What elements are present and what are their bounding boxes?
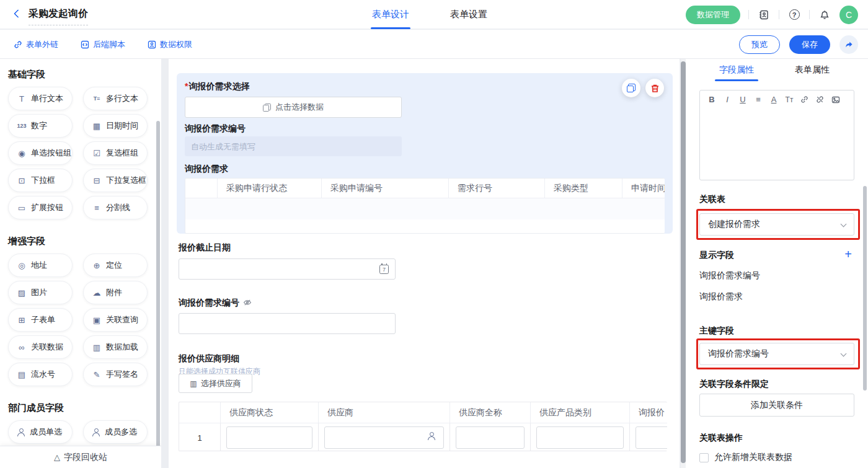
data-permission-button[interactable]: 数据权限 xyxy=(148,39,192,50)
tab-form-design[interactable]: 表单设计 xyxy=(372,0,409,29)
field-item-signature[interactable]: ✎手写签名 xyxy=(83,363,148,386)
supplier-input[interactable] xyxy=(324,426,444,449)
field-item-data-load[interactable]: ▥数据加载 xyxy=(83,335,148,359)
primary-key-label: 主键字段 xyxy=(699,325,734,337)
field-item-multi-dropdown[interactable]: ⊟下拉复选框 xyxy=(83,169,148,192)
tab-form-properties[interactable]: 表单属性 xyxy=(795,59,830,81)
supplier-field-label: 报价供应商明细 xyxy=(179,353,239,364)
related-table-select[interactable]: 创建报价需求 xyxy=(699,213,854,236)
header-actions: 数据管理 ? C xyxy=(686,0,858,29)
quote-input[interactable] xyxy=(636,426,667,449)
canvas-scrollbar[interactable] xyxy=(681,61,686,463)
main-tabs: 表单设计 表单设置 xyxy=(372,0,487,29)
insert-image-button[interactable] xyxy=(831,95,840,104)
pick-data-button[interactable]: 点击选择数据 xyxy=(185,97,402,118)
bold-button[interactable]: B xyxy=(707,95,716,104)
display-fields-label: 显示字段 xyxy=(699,250,734,261)
display-field-item[interactable]: 询报价需求 xyxy=(699,291,743,302)
field-item-datetime[interactable]: ▦日期时间 xyxy=(83,114,148,138)
image-icon xyxy=(831,95,840,104)
save-button[interactable]: 保存 xyxy=(789,35,830,54)
field-item-related-data[interactable]: ∞关联数据 xyxy=(8,335,73,359)
date-input[interactable]: 7 xyxy=(179,258,396,280)
pen-icon: ✎ xyxy=(92,371,102,379)
back-button[interactable] xyxy=(12,9,24,20)
field-recycle-bin[interactable]: △ 字段回收站 xyxy=(0,446,161,468)
bar-chart-icon: ▥ xyxy=(190,379,197,388)
field-label: *询报价需求选择 xyxy=(185,81,249,92)
panel-scrollbar[interactable] xyxy=(863,186,867,391)
toolbar-links: 表单外链 后端脚本 数据权限 xyxy=(14,30,192,59)
display-field-item[interactable]: 询报价需求编号 xyxy=(699,270,760,281)
people-icon xyxy=(92,428,100,436)
font-size-button[interactable]: Tт xyxy=(785,95,794,104)
delete-field-button[interactable] xyxy=(645,79,664,97)
field-item-related-query[interactable]: ▣关联查询 xyxy=(83,308,148,332)
italic-button[interactable]: I xyxy=(723,95,732,104)
field-item-member-single[interactable]: 成员单选 xyxy=(8,420,73,444)
select-supplier-button[interactable]: ▥ 选择供应商 xyxy=(179,374,252,393)
allow-add-checkbox[interactable] xyxy=(699,453,709,462)
field-item-serial-number[interactable]: ▤流水号 xyxy=(8,363,73,386)
header-cell-blank xyxy=(179,402,221,423)
selected-field-block[interactable]: *询报价需求选择 点击选择数据 询报价需求编号 询报价需求 采购申请行状态 采购… xyxy=(177,73,673,234)
field-item-geolocation[interactable]: ⊕定位 xyxy=(83,254,148,277)
demand-number-input[interactable] xyxy=(179,313,396,334)
field-item-number[interactable]: 123数字 xyxy=(8,114,73,138)
primary-key-select[interactable]: 询报价需求编号 xyxy=(699,343,854,365)
tab-form-settings[interactable]: 表单设置 xyxy=(450,0,487,29)
field-item-member-multi[interactable]: 成员多选 xyxy=(83,420,148,444)
header-cell: 采购类型 xyxy=(545,179,622,198)
tab-field-properties[interactable]: 字段属性 xyxy=(719,59,754,81)
subtable-header-row: 采购申请行状态 采购申请编号 需求行号 采购类型 申请时间 xyxy=(185,179,665,198)
user-avatar[interactable]: C xyxy=(839,6,858,24)
link-icon xyxy=(14,40,22,49)
remove-link-button[interactable] xyxy=(816,95,825,104)
field-item-extend-button[interactable]: ▭扩展按钮 xyxy=(8,196,73,219)
recycle-icon: △ xyxy=(54,453,60,462)
field-item-divider[interactable]: ≡分割线 xyxy=(83,196,148,219)
share-button[interactable] xyxy=(839,35,858,54)
divider xyxy=(779,10,779,19)
copy-field-button[interactable] xyxy=(622,79,640,97)
font-color-button[interactable]: A xyxy=(769,95,778,104)
data-manage-button[interactable]: 数据管理 xyxy=(686,6,740,24)
contacts-icon[interactable] xyxy=(757,8,771,22)
divider-icon: ≡ xyxy=(92,204,102,212)
image-icon: ▨ xyxy=(17,289,27,297)
trash-icon xyxy=(650,84,660,93)
external-link-button[interactable]: 表单外链 xyxy=(14,39,58,50)
field-item-single-text[interactable]: T单行文本 xyxy=(8,87,73,110)
section-title-basic: 基础字段 xyxy=(8,69,161,81)
backend-script-button[interactable]: 后端脚本 xyxy=(81,39,125,50)
help-icon[interactable]: ? xyxy=(787,8,801,22)
field-item-address[interactable]: ◎地址 xyxy=(8,254,73,277)
subtable-empty-row xyxy=(185,198,665,219)
header-cell: 需求行号 xyxy=(449,179,545,198)
supplier-fullname-input[interactable] xyxy=(456,426,525,449)
field-item-subform[interactable]: ⊞子表单 xyxy=(8,308,73,332)
field-item-multi-text[interactable]: T≡多行文本 xyxy=(83,87,148,110)
field-item-checkbox-group[interactable]: ☑复选框组 xyxy=(83,141,148,165)
bell-icon[interactable] xyxy=(818,8,831,22)
strikethrough-button[interactable]: ≡ xyxy=(754,95,763,104)
underline-button[interactable]: U xyxy=(738,95,747,104)
field-item-image[interactable]: ▨图片 xyxy=(8,281,73,304)
supplier-status-input[interactable] xyxy=(226,426,312,449)
header-cell: 供应商状态 xyxy=(221,402,319,423)
copy-icon xyxy=(627,84,636,92)
header-cell: 供应商 xyxy=(319,402,450,423)
add-condition-button[interactable]: 添加关联条件 xyxy=(699,394,854,417)
field-item-dropdown[interactable]: ⊡下拉框 xyxy=(8,169,73,192)
field-item-attachment[interactable]: ☁附件 xyxy=(83,281,148,304)
chevron-down-icon xyxy=(841,351,847,357)
product-category-input[interactable] xyxy=(536,426,624,449)
header-cell: 询报价 xyxy=(630,402,667,423)
preview-button[interactable]: 预览 xyxy=(739,35,780,54)
field-description-editor[interactable]: B I U ≡ A Tт xyxy=(699,90,854,180)
share-arrow-icon xyxy=(844,40,854,50)
sidebar-scrollbar[interactable] xyxy=(156,121,160,468)
field-item-radio-group[interactable]: ◉单选按钮组 xyxy=(8,141,73,165)
insert-link-button[interactable] xyxy=(800,95,809,104)
add-display-field-button[interactable]: + xyxy=(844,248,852,260)
